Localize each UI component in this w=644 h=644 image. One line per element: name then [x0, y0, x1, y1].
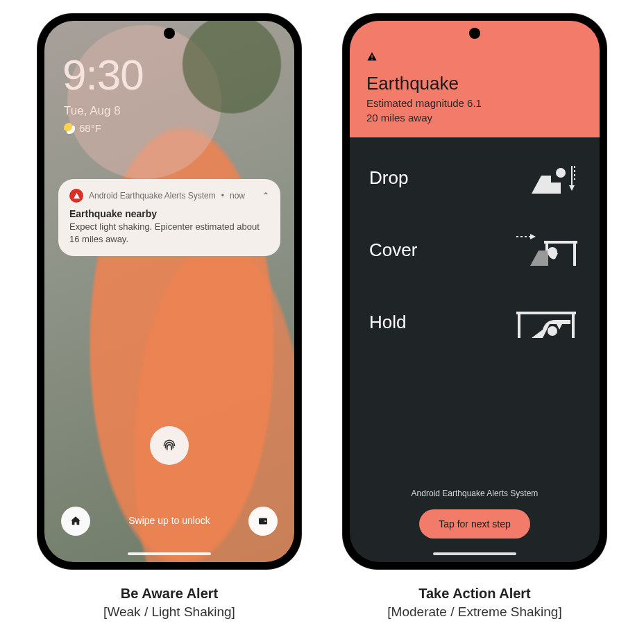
caption-sub: [Weak / Light Shaking] — [37, 604, 301, 620]
weather-icon — [64, 123, 75, 134]
cover-icon — [511, 229, 580, 271]
svg-point-2 — [556, 168, 566, 178]
step-label: Hold — [369, 312, 406, 333]
svg-rect-7 — [516, 312, 576, 314]
svg-rect-1 — [264, 520, 266, 522]
caption-sub: [Moderate / Extreme Shaking] — [343, 604, 607, 620]
drop-icon — [511, 157, 580, 198]
action-content: Earthquake Estimated magnitude 6.1 20 mi… — [350, 21, 600, 562]
step-cover: Cover — [369, 229, 580, 271]
caption-title: Take Action Alert — [343, 586, 607, 602]
home-icon — [69, 515, 82, 527]
notification-body: Expect light shaking. Epicenter estimate… — [69, 221, 269, 245]
svg-rect-3 — [544, 241, 577, 244]
safety-steps: Drop Cover — [350, 137, 600, 343]
svg-rect-8 — [518, 314, 520, 338]
wallet-icon — [257, 515, 269, 527]
svg-rect-9 — [572, 314, 575, 338]
date-label: Tue, Aug 8 — [64, 104, 121, 118]
fingerprint-icon — [160, 437, 178, 455]
notification-separator: • — [221, 191, 224, 201]
svg-rect-5 — [573, 244, 576, 266]
phone-be-aware: 9:30 Tue, Aug 8 68°F Android Earthquake … — [37, 14, 301, 569]
magnitude-label: Estimated magnitude 6.1 — [366, 97, 583, 109]
next-step-button[interactable]: Tap for next step — [419, 509, 530, 539]
step-label: Drop — [369, 167, 408, 189]
earthquake-notification[interactable]: Android Earthquake Alerts System • now ⌃… — [58, 179, 280, 256]
svg-point-10 — [548, 326, 557, 336]
caption-title: Be Aware Alert — [37, 586, 301, 602]
camera-cutout — [164, 28, 175, 39]
alert-app-icon — [69, 189, 83, 203]
takeaction-screen[interactable]: Earthquake Estimated magnitude 6.1 20 mi… — [350, 21, 600, 562]
notification-title: Earthquake nearby — [69, 208, 269, 219]
step-drop: Drop — [369, 157, 580, 198]
hold-icon — [511, 301, 580, 343]
nav-bar[interactable] — [128, 552, 211, 555]
distance-label: 20 miles away — [366, 112, 583, 124]
caption-row: Be Aware Alert [Weak / Light Shaking] Ta… — [0, 586, 644, 620]
lock-screen[interactable]: 9:30 Tue, Aug 8 68°F Android Earthquake … — [44, 21, 294, 562]
chevron-up-icon[interactable]: ⌃ — [262, 191, 269, 201]
notification-header: Android Earthquake Alerts System • now ⌃ — [69, 189, 269, 203]
action-footer: Android Earthquake Alerts System Tap for… — [350, 489, 600, 539]
caption-left: Be Aware Alert [Weak / Light Shaking] — [37, 586, 301, 620]
temperature-label: 68°F — [79, 122, 101, 134]
home-shortcut-button[interactable] — [61, 507, 90, 536]
camera-cutout — [469, 28, 480, 39]
weather-widget[interactable]: 68°F — [64, 122, 101, 134]
alert-title: Earthquake — [366, 73, 583, 94]
caption-right: Take Action Alert [Moderate / Extreme Sh… — [343, 586, 607, 620]
lock-content: 9:30 Tue, Aug 8 68°F Android Earthquake … — [44, 21, 294, 562]
system-label: Android Earthquake Alerts System — [412, 489, 539, 498]
phone-row: 9:30 Tue, Aug 8 68°F Android Earthquake … — [0, 14, 644, 569]
notification-time: now — [230, 191, 245, 201]
fingerprint-button[interactable] — [150, 426, 189, 465]
step-label: Cover — [369, 239, 417, 261]
clock: 9:30 — [62, 50, 144, 99]
notification-app-label: Android Earthquake Alerts System — [89, 191, 216, 201]
wallet-shortcut-button[interactable] — [248, 507, 278, 536]
warning-icon — [366, 51, 583, 65]
phone-take-action: Earthquake Estimated magnitude 6.1 20 mi… — [343, 14, 607, 569]
step-hold: Hold — [369, 301, 580, 343]
nav-bar[interactable] — [433, 552, 516, 555]
